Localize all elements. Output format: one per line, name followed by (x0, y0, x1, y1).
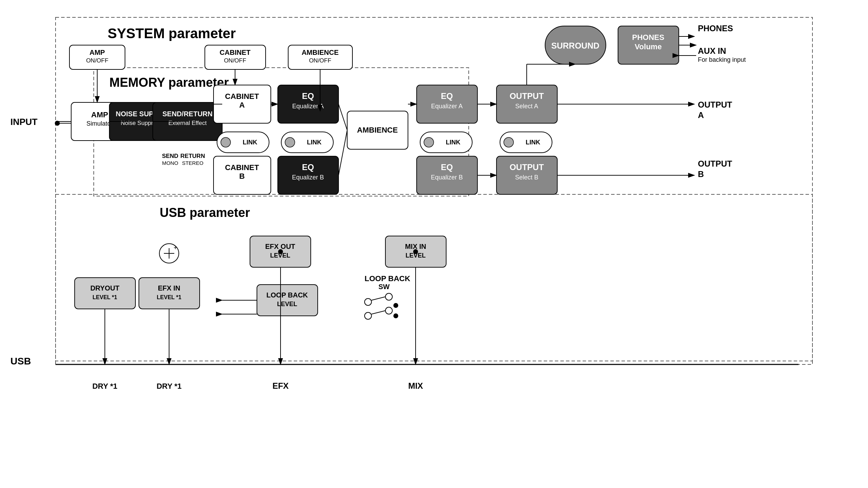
link-cabinet-label: LINK (243, 139, 257, 146)
send-return-label: SEND/RETURN (162, 110, 212, 118)
link-cabinet-toggle[interactable] (221, 137, 231, 147)
loop-back-sw-circle1[interactable] (365, 298, 372, 305)
amp-on-off-sublabel: ON/OFF (86, 57, 108, 64)
mix-in-label: MIX IN (405, 243, 426, 250)
dry1-label: DRY *1 (92, 382, 117, 390)
link-output-label: LINK (526, 139, 540, 146)
link-sys-label: LINK (446, 139, 460, 146)
input-label: INPUT (10, 117, 37, 127)
loop-back-label: LOOP BACK (266, 291, 308, 299)
dryout-sublabel: LEVEL *1 (93, 294, 117, 300)
dry2-label: DRY *1 (157, 382, 182, 390)
amp-on-off-label: AMP (90, 49, 105, 56)
surround-label: SURROUND (551, 41, 600, 50)
eq-sys-b-sublabel: Equalizer B (431, 174, 463, 181)
output-b-port-label: OUTPUT (698, 159, 732, 168)
cabinet-b-label: CABINET (225, 163, 259, 172)
loop-back-sublabel: LEVEL (277, 301, 297, 308)
link-output-toggle[interactable] (504, 137, 514, 147)
loop-back-sw-circle4[interactable] (385, 307, 392, 314)
efx-in-label: EFX IN (158, 284, 180, 292)
ambience-on-off-label: AMBIENCE (302, 49, 339, 56)
output-b-port-sub: B (698, 169, 704, 179)
output-a-sublabel: Select A (515, 103, 538, 110)
ambience-on-off-sublabel: ON/OFF (309, 57, 331, 64)
mix-label: MIX (408, 381, 423, 390)
memory-parameter-label: MEMORY parameter (109, 75, 229, 90)
eq-sys-a-sublabel: Equalizer A (431, 103, 462, 110)
amp-sim-sublabel: Simulator (86, 120, 113, 127)
loop-back-sw-line1 (372, 297, 385, 300)
sum-plus: + (174, 244, 177, 251)
cabinet-a-sub: A (239, 101, 245, 109)
eq-sys-a-label: EQ (441, 91, 453, 101)
system-parameter-label: SYSTEM parameter (108, 26, 236, 41)
loop-back-sw-label: LOOP BACK (365, 274, 410, 283)
eq-b-to-ambience (339, 130, 347, 175)
efx-label: EFX (273, 381, 289, 390)
output-a-port-sub: A (698, 110, 704, 120)
eq-sys-b-label: EQ (441, 162, 453, 172)
diagram-container: SYSTEM parameter MEMORY parameter USB pa… (0, 0, 868, 488)
eq-b-sublabel: Equalizer B (292, 174, 324, 181)
ambience-label: AMBIENCE (357, 126, 398, 134)
loop-back-sw-circle2[interactable] (385, 293, 392, 300)
aux-in-label: AUX IN (698, 46, 726, 56)
amp-sim-label: AMP (91, 110, 108, 119)
cabinet-b-sub: B (239, 172, 245, 180)
efx-out-label: EFX OUT (265, 243, 295, 250)
efx-dot (278, 249, 283, 254)
loop-back-sw-line2 (372, 311, 385, 314)
link-eq-label: LINK (307, 139, 322, 146)
loop-back-sw-sub: SW (378, 283, 390, 291)
send-mono-label: MONO (162, 160, 178, 166)
loop-back-dot2 (393, 313, 398, 318)
output-a-port-label: OUTPUT (698, 100, 732, 109)
cabinet-a-label: CABINET (225, 92, 259, 101)
send-label: SEND (162, 153, 178, 159)
loop-back-sw-circle3[interactable] (365, 312, 372, 319)
efx-in-sublabel: LEVEL *1 (157, 294, 182, 300)
eq-b-label: EQ (302, 162, 314, 172)
eq-a-label: EQ (302, 91, 314, 101)
efx-in-block[interactable] (139, 278, 200, 309)
dryout-block[interactable] (75, 278, 135, 309)
link-eq-toggle[interactable] (285, 137, 295, 147)
return-label: RETURN (181, 153, 205, 159)
dryout-label: DRYOUT (90, 284, 119, 292)
phones-volume-label: Volume (635, 42, 662, 51)
loop-back-block[interactable] (257, 285, 318, 316)
eq-a-to-ambience (339, 104, 347, 130)
cabinet-on-off-label: CABINET (220, 49, 251, 56)
phones-port-label: PHONES (698, 24, 733, 33)
eq-a-sublabel: Equalizer A (292, 103, 324, 110)
output-b-label: OUTPUT (510, 162, 544, 172)
aux-in-sublabel: For backing input (698, 56, 746, 63)
output-b-sublabel: Select B (515, 174, 538, 181)
cabinet-on-off-sublabel: ON/OFF (224, 57, 246, 64)
return-stereo-label: STEREO (182, 160, 203, 166)
usb-parameter-label: USB parameter (160, 205, 250, 220)
loop-back-dot1 (393, 303, 398, 308)
output-a-label: OUTPUT (510, 91, 544, 101)
link-sys-toggle[interactable] (424, 137, 434, 147)
usb-label: USB (10, 356, 31, 367)
mix-dot (413, 249, 418, 254)
send-return-sublabel: External Effect (168, 120, 207, 126)
phones-label: PHONES (632, 33, 665, 42)
